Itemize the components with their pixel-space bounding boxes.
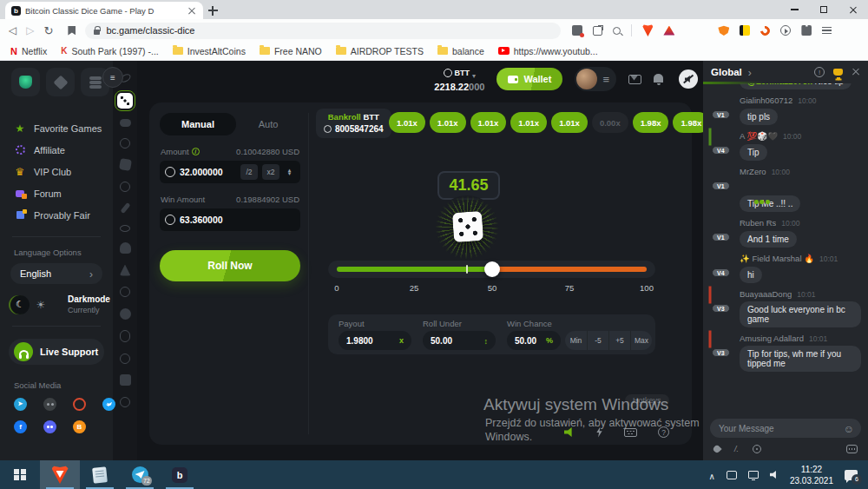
- help-icon[interactable]: ?: [658, 426, 669, 438]
- strip-circle-icon[interactable]: [120, 354, 130, 364]
- bookmark-folder-balance[interactable]: balance: [437, 46, 484, 56]
- strip-timer-icon[interactable]: [120, 182, 130, 192]
- tablet-mode-icon[interactable]: [727, 471, 737, 479]
- win-chance-input[interactable]: 50.00%: [507, 331, 561, 350]
- bookmark-southpark[interactable]: KSouth Park (1997) -...: [61, 46, 159, 56]
- metamask-icon[interactable]: [718, 25, 729, 36]
- win-amount-input[interactable]: 63.360000: [160, 208, 300, 231]
- game-tile-diamond[interactable]: [46, 68, 75, 96]
- maximize-button[interactable]: [809, 0, 838, 19]
- emoji-icon[interactable]: [844, 420, 854, 436]
- multiplier-pill[interactable]: 1.01x: [389, 112, 425, 133]
- multiplier-pill[interactable]: 1.01x: [551, 112, 588, 133]
- roll-slider[interactable]: [328, 261, 655, 278]
- balance-selector[interactable]: BTT 2218.22000: [434, 65, 484, 93]
- minus5-button[interactable]: -5: [587, 331, 608, 350]
- strip-gamepad-icon[interactable]: [120, 119, 131, 127]
- strip-classic-dice-icon-active[interactable]: [117, 93, 133, 109]
- double-bet-button[interactable]: x2: [262, 164, 279, 180]
- user-menu[interactable]: [575, 67, 616, 91]
- multiplier-pill-loss[interactable]: 0.00x: [592, 112, 628, 133]
- sidebar-item-provably-fair[interactable]: Provably Fair: [0, 204, 113, 226]
- volume-icon[interactable]: [770, 471, 779, 479]
- strip-mic-icon[interactable]: [120, 330, 130, 342]
- strip-chips-icon[interactable]: [120, 308, 131, 320]
- tab-auto[interactable]: Auto: [236, 119, 300, 129]
- new-tab-button[interactable]: [203, 2, 222, 19]
- lightmode-sun-button[interactable]: [33, 299, 49, 311]
- roll-now-button[interactable]: Roll Now: [160, 250, 300, 281]
- min-button[interactable]: Min: [565, 331, 587, 350]
- bookmark-netflix[interactable]: NNetflix: [10, 46, 47, 56]
- telegram-icon[interactable]: [14, 398, 27, 411]
- taskbar-telegram[interactable]: 72: [120, 460, 160, 489]
- start-button[interactable]: [0, 460, 40, 489]
- sidebar-item-vip-club[interactable]: VIP Club: [0, 161, 113, 182]
- turbo-icon[interactable]: [595, 427, 603, 438]
- trophy-icon[interactable]: [833, 69, 843, 76]
- chat-settings-icon[interactable]: [846, 445, 858, 453]
- bookmark-folder-investaltcoins[interactable]: InvestAltCoins: [173, 46, 246, 56]
- browser-tab[interactable]: b Bitcoin Classic Dice Game - Play D: [5, 2, 203, 19]
- discord-icon[interactable]: [43, 420, 56, 433]
- sidebar-item-affiliate[interactable]: Affiliate: [0, 139, 113, 161]
- strip-square-icon[interactable]: [120, 374, 131, 386]
- keyboard-hotkeys-icon[interactable]: [624, 428, 637, 437]
- strip-coins-icon[interactable]: [120, 242, 131, 254]
- play-extension-icon[interactable]: [780, 25, 791, 36]
- multiplier-pill[interactable]: 1.98x: [633, 112, 669, 133]
- strip-rocket-icon[interactable]: [120, 265, 131, 276]
- tray-expand-icon[interactable]: [709, 467, 715, 483]
- halve-bet-button[interactable]: /2: [240, 164, 258, 180]
- live-support-button[interactable]: Live Support: [9, 339, 104, 365]
- game-tile-slots[interactable]: [11, 68, 40, 96]
- strip-stick-icon[interactable]: [120, 202, 130, 214]
- tab-close-icon[interactable]: [187, 5, 197, 16]
- orange-extension-icon[interactable]: [759, 23, 772, 36]
- puzzle-extensions-icon[interactable]: [801, 25, 812, 36]
- slider-handle[interactable]: [484, 261, 500, 277]
- yellow-extension-icon[interactable]: [740, 25, 750, 36]
- coin-tip-icon[interactable]: [753, 445, 761, 453]
- strip-ball-icon[interactable]: [120, 138, 130, 149]
- forward-button[interactable]: [26, 25, 34, 36]
- amount-stepper[interactable]: ▴▾: [284, 169, 295, 175]
- amount-input[interactable]: 32.000000 /2 x2 ▴▾: [160, 161, 300, 183]
- slider-track[interactable]: [337, 267, 647, 272]
- taskbar-brave[interactable]: [40, 460, 80, 489]
- chat-room-title[interactable]: Global: [711, 67, 742, 77]
- chevron-right-icon[interactable]: [748, 64, 752, 80]
- payout-input[interactable]: 1.9800x: [339, 331, 411, 350]
- slash-commands-icon[interactable]: /.: [734, 445, 739, 453]
- multiplier-pill[interactable]: 1.01x: [510, 112, 547, 133]
- twitter-icon[interactable]: [102, 398, 115, 411]
- taskbar-notepad[interactable]: [80, 460, 120, 489]
- network-icon[interactable]: [748, 471, 759, 479]
- clock[interactable]: 11:22 23.03.2021: [790, 464, 833, 486]
- roll-under-input[interactable]: 50.00: [423, 331, 496, 350]
- multiplier-pill[interactable]: 1.01x: [430, 112, 466, 133]
- share-icon[interactable]: [593, 26, 602, 36]
- sidebar-collapse-button[interactable]: [102, 67, 123, 88]
- bitcoin-icon[interactable]: [73, 420, 86, 433]
- close-button[interactable]: [838, 0, 868, 19]
- bell-icon[interactable]: [654, 74, 663, 83]
- medium-icon[interactable]: [43, 398, 56, 411]
- chat-message-input[interactable]: [717, 423, 838, 434]
- github-icon[interactable]: [73, 398, 86, 411]
- facebook-icon[interactable]: [14, 420, 27, 433]
- multiplier-pill[interactable]: 1.01x: [470, 112, 507, 133]
- brave-shield-icon[interactable]: [642, 24, 653, 36]
- strip-eye-icon[interactable]: [120, 225, 130, 232]
- bat-rewards-icon[interactable]: [663, 26, 674, 36]
- taskbar-bcgame[interactable]: b: [160, 460, 200, 489]
- max-button[interactable]: Max: [630, 331, 652, 350]
- sound-on-icon[interactable]: [564, 427, 575, 437]
- sound-muted-toggle[interactable]: [679, 69, 698, 89]
- language-selector[interactable]: English: [10, 263, 102, 284]
- bookmark-folder-airdrop[interactable]: AIRDROP TESTS: [336, 46, 424, 56]
- info-icon[interactable]: i: [192, 148, 200, 155]
- strip-gear-icon[interactable]: [120, 397, 130, 407]
- back-button[interactable]: [9, 25, 16, 36]
- darkmode-moon-button[interactable]: [10, 295, 30, 314]
